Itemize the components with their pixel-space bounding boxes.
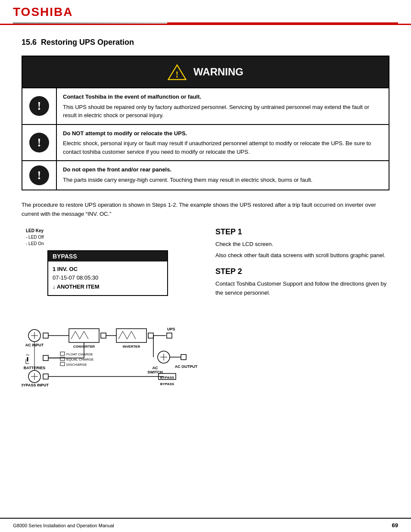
svg-line-19 <box>127 331 131 339</box>
svg-line-9 <box>71 331 75 339</box>
svg-text:INVERTER: INVERTER <box>123 345 140 348</box>
step-1-heading: STEP 1 <box>215 227 389 236</box>
svg-line-20 <box>131 331 136 339</box>
footer-left: G8000 Series Installation and Operation … <box>13 523 114 528</box>
section-title: 15.6 Restoring UPS Operation <box>22 38 389 47</box>
step-1-text-2: Also check other fault data screens with… <box>215 251 389 260</box>
warning-text-2: Do NOT attempt to modify or relocate the… <box>57 125 389 161</box>
footer-page: 69 <box>392 522 398 529</box>
toshiba-logo: TOSHIBA <box>13 5 398 19</box>
warning-text-1: Contact Toshiba in the event of malfunct… <box>57 88 389 124</box>
svg-rect-21 <box>148 333 153 338</box>
ups-diagram: AC INPUT CONVERTER <box>22 301 202 387</box>
svg-text:AC OUTPUT: AC OUTPUT <box>175 364 198 369</box>
svg-text:!: ! <box>176 70 179 79</box>
svg-text:BYPASS: BYPASS <box>160 376 174 380</box>
svg-rect-37 <box>60 362 65 366</box>
lcd-body: 1 INV. OC 07-15-07 08:05:30 ↓ ANOTHER IT… <box>48 261 167 295</box>
svg-line-11 <box>80 331 84 339</box>
svg-rect-8 <box>69 329 99 342</box>
svg-text:UPS: UPS <box>167 327 175 331</box>
warning-row-1: ! Contact Toshiba in the event of malfun… <box>22 87 389 124</box>
step-2-text-1: Contact Toshiba Customer Support and fol… <box>215 280 389 298</box>
lcd-panel: BYPASS 1 INV. OC 07-15-07 08:05:30 ↓ ANO… <box>47 250 168 296</box>
svg-line-18 <box>123 331 127 339</box>
svg-rect-5 <box>43 333 48 338</box>
warning-icon-2: ! <box>22 125 57 161</box>
warning-row-2: ! Do NOT attempt to modify or relocate t… <box>22 124 389 161</box>
page-header: TOSHIBA <box>0 0 411 25</box>
svg-rect-35 <box>60 357 65 361</box>
svg-rect-30 <box>43 355 48 361</box>
page-footer: G8000 Series Installation and Operation … <box>0 518 411 532</box>
svg-line-12 <box>84 331 88 339</box>
lcd-header: BYPASS <box>48 251 167 261</box>
step-2-heading: STEP 2 <box>215 267 389 276</box>
warning-row-3: ! Do not open the front and/or rear pane… <box>22 160 389 190</box>
svg-rect-25 <box>167 333 172 338</box>
step-1-text-1: Check the LCD screen. <box>215 240 389 249</box>
warning-icon-1: ! <box>22 88 57 124</box>
svg-rect-16 <box>116 329 146 342</box>
svg-text:AC: AC <box>153 366 158 370</box>
warning-icon-3: ! <box>22 161 57 190</box>
svg-rect-13 <box>101 333 106 338</box>
svg-text:BYPASS: BYPASS <box>160 382 174 386</box>
procedure-text: The procedure to restore UPS operation i… <box>22 201 389 219</box>
header-divider <box>13 22 398 24</box>
diagram-section: LED Key - LED Off - LED On BYPASS 1 INV.… <box>22 227 202 389</box>
warning-box: ! WARNING ! Contact Toshiba in the event… <box>22 56 389 190</box>
steps-section: STEP 1 Check the LCD screen. Also check … <box>215 227 389 389</box>
warning-text-3: Do not open the front and/or rear panels… <box>57 161 389 190</box>
svg-text:FLOAT CHARGE: FLOAT CHARGE <box>66 352 93 356</box>
warning-header: ! WARNING <box>22 56 389 87</box>
main-content: 15.6 Restoring UPS Operation ! WARNING !… <box>0 25 411 397</box>
svg-line-10 <box>75 331 80 339</box>
svg-text:BYPASS INPUT: BYPASS INPUT <box>22 383 49 387</box>
steps-diagram-area: LED Key - LED Off - LED On BYPASS 1 INV.… <box>22 227 389 389</box>
warning-triangle-icon: ! <box>168 62 187 81</box>
svg-rect-51 <box>43 374 48 379</box>
svg-text:DISCHARGE: DISCHARGE <box>66 363 87 367</box>
warning-title: WARNING <box>193 66 243 78</box>
svg-line-17 <box>118 331 123 339</box>
led-legend: LED Key - LED Off - LED On <box>26 227 202 247</box>
svg-rect-33 <box>60 352 65 355</box>
svg-rect-44 <box>181 355 186 360</box>
